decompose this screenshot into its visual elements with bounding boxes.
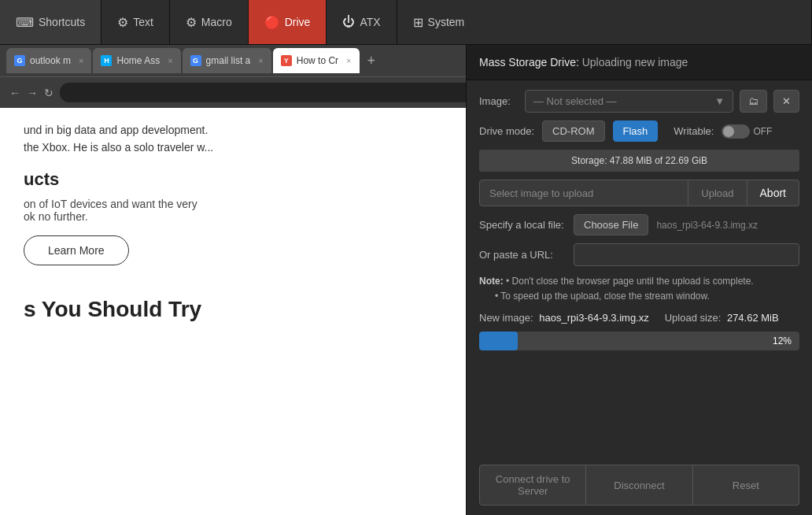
tab-close-t3[interactable]: × — [258, 56, 263, 65]
upload-size-value: 274.62 MiB — [727, 312, 779, 324]
tab-favicon-t3: G — [190, 55, 201, 66]
toolbar: ⌨ Shortcuts ⚙ Text ⚙ Macro 🔴 Drive ⏻ ATX… — [0, 0, 812, 45]
upload-progress-bar: 12% — [479, 332, 799, 350]
new-tab-button[interactable]: + — [361, 48, 382, 73]
file-name: haos_rpi3-64-9.3.img.xz — [656, 220, 758, 231]
image-select-value: — Not selected — — [533, 95, 617, 107]
file-row: Specify a local file: Choose File haos_r… — [479, 214, 799, 235]
note-line1: • Don't close the browser page until the… — [506, 276, 754, 287]
specify-file-label: Specify a local file: — [479, 219, 566, 231]
paste-url-label: Or paste a URL: — [479, 249, 566, 261]
tab-label-t1: outlook m — [30, 55, 71, 66]
upload-button[interactable]: Upload — [688, 180, 747, 206]
new-image-value: haos_rpi3-64-9.3.img.xz — [539, 312, 648, 324]
bottom-buttons-row: Connect drive to Server Disconnect Reset — [479, 465, 799, 506]
macro-button[interactable]: ⚙ Macro — [170, 0, 249, 44]
url-input[interactable] — [574, 243, 799, 266]
panel-header-sub: Uploading new image — [582, 56, 688, 69]
tab-label-t4: How to Cr — [297, 55, 338, 66]
panel-header: Mass Storage Drive: Uploading new image — [467, 45, 812, 80]
note-box: Note: • Don't close the browser page unt… — [479, 274, 799, 304]
panel-body: Image: — Not selected — ▼ 🗂 ✕ Drive mode… — [467, 80, 812, 515]
tab-t4[interactable]: YHow to Cr× — [273, 48, 360, 73]
action-row: Select image to upload Upload Abort — [479, 180, 799, 206]
storage-bar-text: Storage: 47.88 MiB of 22.69 GiB — [571, 155, 707, 166]
disconnect-button[interactable]: Disconnect — [586, 465, 692, 506]
storage-bar: Storage: 47.88 MiB of 22.69 GiB — [479, 150, 799, 172]
tab-label-t3: gmail list a — [206, 55, 251, 66]
cd-rom-button[interactable]: CD-ROM — [542, 120, 604, 142]
url-row: Or paste a URL: — [479, 243, 799, 266]
tab-close-t1[interactable]: × — [79, 56, 83, 65]
tab-favicon-t1: G — [14, 55, 25, 66]
image-clear-button[interactable]: ✕ — [773, 90, 799, 113]
macro-icon: ⚙ — [186, 15, 197, 30]
image-file-button[interactable]: 🗂 — [740, 90, 767, 113]
drive-label: Drive — [285, 16, 311, 28]
choose-file-button[interactable]: Choose File — [574, 214, 648, 235]
atx-label: ATX — [360, 16, 380, 28]
shortcuts-button[interactable]: ⌨ Shortcuts — [0, 0, 102, 44]
tab-favicon-t4: Y — [281, 55, 292, 66]
drive-icon: 🔴 — [264, 15, 280, 30]
drive-mode-row: Drive mode: CD-ROM Flash Writable: OFF — [479, 120, 799, 142]
shortcuts-label: Shortcuts — [39, 16, 85, 28]
tab-close-t4[interactable]: × — [346, 56, 351, 65]
reset-button[interactable]: Reset — [693, 465, 799, 506]
text-icon: ⚙ — [117, 15, 128, 30]
text-label: Text — [133, 16, 153, 28]
image-row: Image: — Not selected — ▼ 🗂 ✕ — [479, 90, 799, 113]
text-button[interactable]: ⚙ Text — [102, 0, 170, 44]
tab-t1[interactable]: Goutlook m× — [6, 48, 91, 73]
connect-drive-button[interactable]: Connect drive to Server — [479, 465, 586, 506]
drive-button[interactable]: 🔴 Drive — [249, 0, 327, 44]
drive-mode-label: Drive mode: — [479, 125, 534, 137]
mass-storage-panel: Mass Storage Drive: Uploading new image … — [466, 45, 812, 515]
tab-close-t2[interactable]: × — [168, 56, 172, 65]
upload-info: New image: haos_rpi3-64-9.3.img.xz Uploa… — [479, 312, 799, 324]
chevron-down-icon: ▼ — [714, 95, 725, 107]
tab-label-t2: Home Ass — [116, 55, 160, 66]
system-icon: ⊞ — [413, 15, 423, 30]
progress-percent: 12% — [773, 335, 792, 346]
image-label: Image: — [479, 95, 519, 107]
atx-button[interactable]: ⏻ ATX — [327, 0, 397, 44]
shortcuts-icon: ⌨ — [16, 15, 34, 30]
atx-icon: ⏻ — [342, 15, 355, 29]
panel-header-title: Mass Storage Drive: — [479, 56, 579, 69]
tab-t2[interactable]: HHome Ass× — [93, 48, 180, 73]
macro-label: Macro — [201, 16, 232, 28]
system-label: System — [428, 16, 465, 28]
tab-t3[interactable]: Ggmail list a× — [183, 48, 271, 73]
abort-button[interactable]: Abort — [747, 180, 799, 206]
toggle-switch[interactable] — [722, 124, 750, 139]
browser-area: Goutlook m×HHome Ass×Ggmail list a×YHow … — [0, 45, 812, 515]
progress-fill — [479, 332, 518, 350]
writable-toggle[interactable]: OFF — [722, 124, 772, 139]
reload-icon[interactable]: ↻ — [44, 87, 54, 99]
flash-button[interactable]: Flash — [613, 120, 659, 142]
upload-size-info: Upload size: 274.62 MiB — [665, 312, 779, 324]
new-image-info: New image: haos_rpi3-64-9.3.img.xz — [479, 312, 649, 324]
note-label: Note: — [479, 276, 504, 287]
select-image-label: Select image to upload — [479, 180, 688, 206]
forward-icon[interactable]: → — [27, 87, 38, 99]
back-icon[interactable]: ← — [9, 87, 20, 99]
image-select-dropdown[interactable]: — Not selected — ▼ — [525, 90, 733, 113]
tab-favicon-t2: H — [101, 55, 112, 66]
writable-label: Writable: — [674, 125, 714, 137]
learn-more-button[interactable]: Learn More — [24, 235, 129, 265]
toggle-off-label: OFF — [753, 126, 772, 137]
note-line2: • To speed up the upload, close the stre… — [479, 291, 710, 302]
system-button[interactable]: ⊞ System — [397, 0, 812, 44]
toggle-knob — [723, 126, 734, 137]
